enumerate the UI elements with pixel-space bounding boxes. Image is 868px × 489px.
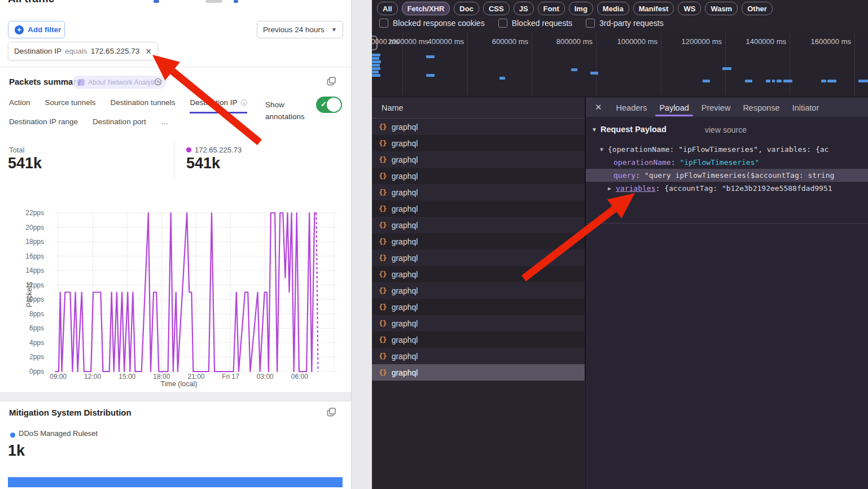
cutoff-control-sliver (234, 0, 238, 3)
network-request-row[interactable]: {}graphql (372, 282, 585, 299)
network-request-row[interactable]: {}graphql (372, 151, 585, 168)
filter-pill-other[interactable]: Other (742, 2, 773, 15)
checkbox-blocked-response-cookies[interactable]: Blocked response cookies (379, 19, 485, 28)
filter-pill-all[interactable]: All (377, 2, 398, 15)
network-request-row[interactable]: {}graphql (372, 135, 585, 151)
inspector-tab-initiator[interactable]: Initiator (786, 99, 826, 116)
y-tick: 6pps (0, 324, 44, 332)
checkbox-label: 3rd-party requests (599, 19, 664, 28)
request-waterfall-bar (372, 64, 380, 67)
filter-pill-img[interactable]: Img (569, 2, 593, 15)
payload-row-query[interactable]: query: "query ipFlowTimeseries($accountT… (613, 169, 834, 182)
inspector-tab-headers[interactable]: Headers (610, 99, 654, 116)
request-waterfall-bar (827, 80, 836, 82)
add-filter-button[interactable]: + Add filter (8, 21, 65, 38)
checkbox-box[interactable] (498, 19, 507, 28)
filter-pill-media[interactable]: Media (597, 2, 629, 15)
network-table-header: Name (372, 98, 585, 119)
network-request-row[interactable]: {}graphql (372, 168, 585, 184)
inspector-tab-preview[interactable]: Preview (695, 99, 737, 116)
filter-pill-wasm[interactable]: Wasm (705, 2, 738, 15)
filter-pill-fetch-xhr[interactable]: Fetch/XHR (402, 2, 450, 15)
request-name: graphql (392, 237, 418, 246)
toggle-knob (327, 98, 341, 112)
mitigation-heading: Mitigation System Distribution (9, 408, 131, 417)
timeline-tick-label: 1800000 ms (859, 37, 868, 46)
network-request-row[interactable]: {}graphql (372, 348, 585, 364)
checkbox-box[interactable] (379, 19, 388, 28)
network-request-row[interactable]: {}graphql (372, 184, 585, 200)
triangle-right-icon: ▶ (608, 182, 611, 195)
network-timeline[interactable]: 200000 ms400000 ms600000 ms800000 ms1000… (372, 33, 868, 97)
remove-filter-icon[interactable]: ✕ (145, 47, 152, 56)
request-waterfall-bar (777, 80, 782, 82)
series-dot (186, 147, 191, 152)
network-request-row[interactable]: {}graphql (372, 200, 585, 217)
about-network-analytics-badge[interactable]: About Network Analytics (72, 76, 166, 89)
request-name: graphql (392, 254, 418, 263)
tab-destination-ip-range[interactable]: Destination IP range (9, 117, 78, 130)
section-divider (0, 67, 351, 67)
inspector-tab-payload[interactable]: Payload (653, 99, 695, 116)
json-file-icon: {} (379, 270, 387, 278)
tab-more[interactable]: … (161, 117, 169, 130)
name-column-header: Name (382, 103, 404, 112)
legend-dot (10, 433, 15, 438)
inspector-tab-response[interactable]: Response (737, 99, 786, 116)
x-tick: 18:00 (142, 373, 181, 381)
filter-pill-manifest[interactable]: Manifest (633, 2, 674, 15)
request-name: graphql (392, 303, 418, 312)
json-file-icon: {} (379, 221, 387, 229)
checkbox-box[interactable] (586, 19, 595, 28)
payload-row-variables[interactable]: ▶variables: {accountTag: "b12e3b2192ee55… (608, 182, 832, 195)
request-inspector: ✕ HeadersPayloadPreviewResponseInitiator… (585, 98, 868, 489)
filter-chip[interactable]: Destination IP equals 172.65.225.73 ✕ (8, 42, 158, 60)
filter-pill-css[interactable]: CSS (483, 2, 510, 15)
filter-pill-doc[interactable]: Doc (454, 2, 479, 15)
network-request-row[interactable]: {}graphql (372, 331, 585, 348)
popout-icon[interactable] (327, 77, 336, 86)
payload-summary-line[interactable]: ▼{operationName: "ipFlowTimeseries", var… (600, 143, 828, 156)
tab-destination-ip[interactable]: Destination IPⓘ (190, 98, 247, 113)
packets-summary-tabs: ActionSource tunnelsDestination tunnelsD… (9, 98, 247, 113)
page-title: All traffic (8, 0, 54, 5)
network-request-row[interactable]: {}graphql (372, 315, 585, 331)
network-request-row[interactable]: {}graphql (372, 217, 585, 233)
network-request-row[interactable]: {}graphql (372, 119, 585, 135)
checkbox-3rd-party-requests[interactable]: 3rd-party requests (586, 19, 664, 28)
close-icon[interactable]: ✕ (595, 102, 602, 112)
request-name: graphql (392, 352, 418, 361)
tab-source-tunnels[interactable]: Source tunnels (45, 98, 96, 113)
request-waterfall-bar (772, 80, 775, 82)
payload-row-operationName[interactable]: operationName: "ipFlowTimeseries" (613, 156, 759, 169)
network-request-row[interactable]: {}graphql (372, 364, 585, 381)
filter-pill-font[interactable]: Font (538, 2, 565, 15)
request-name: graphql (392, 123, 418, 132)
popout-icon[interactable] (327, 408, 336, 417)
filter-pill-js[interactable]: JS (514, 2, 534, 15)
network-request-row[interactable]: {}graphql (372, 266, 585, 282)
y-tick: 16pps (0, 252, 44, 260)
x-tick: 15:00 (107, 373, 147, 381)
stat-ip-value: 541k (186, 155, 220, 172)
doc-icon (78, 79, 85, 86)
tab-destination-port[interactable]: Destination port (93, 117, 146, 130)
network-request-row[interactable]: {}graphql (372, 299, 585, 315)
network-request-row[interactable]: {}graphql (372, 233, 585, 250)
request-payload-row[interactable]: ▼ Request Payload (591, 125, 667, 134)
stat-total-value: 541k (8, 155, 42, 172)
request-waterfall-bar (858, 80, 868, 82)
y-tick: 18pps (0, 238, 44, 246)
time-range-dropdown[interactable]: Previous 24 hours ▼ (257, 21, 343, 38)
request-waterfall-bar (821, 80, 826, 82)
checkbox-blocked-requests[interactable]: Blocked requests (498, 19, 572, 28)
tab-action[interactable]: Action (9, 98, 30, 113)
tab-destination-tunnels[interactable]: Destination tunnels (111, 98, 176, 113)
x-tick: 06:00 (280, 373, 319, 381)
network-request-row[interactable]: {}graphql (372, 250, 585, 266)
info-icon: ⓘ (240, 98, 247, 108)
view-source-link[interactable]: view source (705, 125, 747, 134)
request-name: graphql (392, 221, 418, 230)
show-annotations-toggle[interactable]: ✓ (316, 97, 342, 113)
filter-pill-ws[interactable]: WS (678, 2, 701, 15)
